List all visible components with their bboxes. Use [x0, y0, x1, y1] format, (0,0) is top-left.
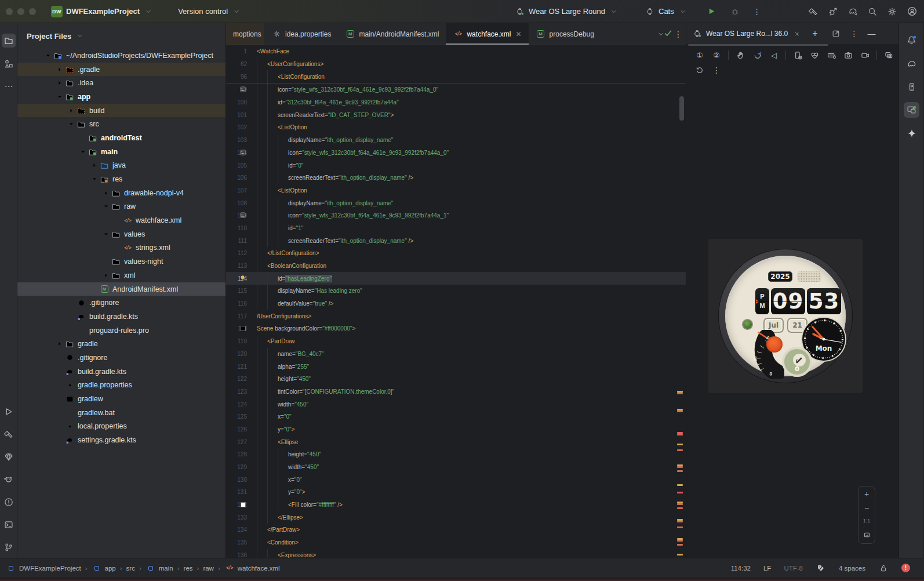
tab-idea-properties[interactable]: idea.properties [264, 23, 338, 45]
stripe-mark[interactable] [677, 484, 683, 486]
code-line-62[interactable]: 62<UserConfigurations> [226, 58, 686, 71]
tab-moptions[interactable]: moptions [226, 23, 264, 45]
code-line-107[interactable]: 107<ListOption [226, 184, 686, 197]
code-area[interactable]: 1<WatchFace62<UserConfigurations>96<List… [226, 45, 686, 558]
stripe-mark[interactable] [677, 554, 683, 555]
line-number[interactable]: 121 [226, 364, 247, 370]
chevron-right-icon[interactable] [101, 190, 111, 197]
code-line-132[interactable]: 132<Fill color="#ffffffff" /> [226, 499, 686, 511]
tool-git-branch-button[interactable] [2, 540, 16, 554]
code-line-101[interactable]: 101screenReaderText="ID_CAT_STEP_OVER"> [226, 108, 686, 121]
caret-position[interactable]: 114:32 [731, 565, 751, 572]
code-line-112[interactable]: 112</ListConfiguration> [226, 247, 686, 260]
indent-setting[interactable]: 4 spaces [839, 565, 865, 572]
stripe-mark[interactable] [677, 540, 683, 542]
image-gutter-icon[interactable] [239, 86, 247, 93]
tool-problems-button[interactable] [2, 495, 16, 509]
tool-device-manager-button[interactable] [904, 79, 919, 95]
code-line-120[interactable]: 120name="BG_40c7" [226, 348, 686, 361]
tree-item-drawable-nodpi-v4[interactable]: drawable-nodpi-v4 [17, 186, 225, 200]
tree-item-gradlew-bat[interactable]: gradlew.bat [17, 406, 225, 420]
zoom-in-button[interactable]: + [864, 490, 869, 498]
stripe-mark[interactable] [677, 507, 683, 509]
line-number[interactable]: 126 [226, 426, 247, 433]
tag-icon[interactable] [816, 563, 826, 573]
line-number[interactable]: 129 [226, 464, 247, 470]
minimize-window-button[interactable] [17, 8, 24, 15]
chevron-down-icon[interactable] [101, 231, 111, 238]
tree-item--gitignore[interactable]: .gitignore [17, 296, 225, 310]
code-line-111[interactable]: 111screenReaderText="ith_option_display_… [226, 234, 686, 247]
stripe-mark[interactable] [677, 393, 683, 394]
code-line-125[interactable]: 125x="0" [226, 411, 686, 423]
tree-item-values-night[interactable]: values-night [17, 255, 225, 268]
line-number[interactable]: 108 [226, 200, 247, 206]
tool-project-folder-button[interactable] [2, 34, 16, 48]
tool-hammer-button[interactable] [2, 427, 16, 441]
gradle-sync-button[interactable] [847, 6, 858, 17]
zoom-out-button[interactable]: − [864, 504, 869, 512]
code-line-126[interactable]: 126y="0"> [226, 423, 686, 436]
tool-gem-button[interactable] [2, 450, 16, 464]
line-number[interactable]: 102 [226, 124, 247, 130]
code-line-115[interactable]: 115displayName="Has leading zero" [226, 285, 686, 297]
code-line-136[interactable]: 136<Expressions> [226, 549, 686, 558]
code-line-102[interactable]: 102<ListOption [226, 121, 686, 134]
code-line-121[interactable]: 121alpha="255" [226, 360, 686, 373]
rotate-button[interactable] [752, 50, 762, 60]
image-gutter-icon[interactable] [239, 150, 247, 156]
run-config-selector[interactable]: Cats [640, 4, 693, 19]
chevron-down-icon[interactable] [89, 176, 99, 183]
btn-1-button[interactable]: ① [694, 50, 705, 60]
tab-watchface-xml[interactable]: </>watchface.xml✕ [446, 23, 528, 45]
chevron-down-icon[interactable] [66, 121, 76, 128]
tree-item-gradle-properties[interactable]: gradle.properties [17, 379, 225, 393]
tool-gradle-elephant-button[interactable] [904, 56, 919, 71]
line-number[interactable]: 133 [226, 514, 247, 521]
settings-button[interactable] [887, 6, 897, 17]
tool-gemini-sparkle-button[interactable] [904, 125, 919, 141]
chevron-right-icon[interactable] [101, 272, 111, 279]
account-button[interactable] [907, 6, 917, 17]
breadcrumb-app[interactable]: app [92, 563, 116, 573]
code-line-105[interactable]: 105id="0" [226, 159, 686, 172]
line-number[interactable]: 127 [226, 439, 247, 445]
code-line-131[interactable]: 131y="0"> [226, 486, 686, 499]
device-settings-button[interactable] [792, 50, 803, 60]
stripe-mark[interactable] [677, 449, 683, 451]
tree-item--gitignore[interactable]: .gitignore [17, 351, 225, 365]
fit-to-screen-button[interactable] [861, 529, 872, 540]
screenshot-search-button[interactable] [883, 50, 894, 60]
tree-item--idea[interactable]: .idea [17, 76, 225, 90]
line-number[interactable]: 122 [226, 376, 247, 382]
image-gutter-icon[interactable] [239, 212, 247, 219]
line-number[interactable]: 128 [226, 451, 247, 457]
code-line-108[interactable]: 108displayName="ith_option_display_name" [226, 197, 686, 209]
line-number[interactable]: 125 [226, 413, 247, 420]
debug-button[interactable] [730, 6, 740, 17]
more-actions-button[interactable]: ⋮ [753, 8, 761, 16]
line-number[interactable]: 100 [226, 99, 247, 106]
keyboard-button[interactable] [826, 50, 836, 60]
tree-item-build[interactable]: build [17, 104, 225, 118]
code-line-128[interactable]: 128height="450" [226, 448, 686, 461]
lock-icon[interactable] [878, 563, 889, 573]
tree-item-gradlew[interactable]: gradlew [17, 392, 225, 406]
line-number[interactable]: 123 [226, 388, 247, 395]
editor-scrollbar[interactable] [679, 96, 684, 121]
breadcrumb-watchface-xml[interactable]: </>watchface.xml [224, 563, 280, 573]
panel-options-button[interactable]: ⋮ [850, 30, 858, 38]
tool-resource-manager-button[interactable] [2, 57, 16, 71]
tool-more-horizontal-button[interactable]: ⋯ [2, 79, 16, 93]
zoom-reset-button[interactable]: 1:1 [863, 518, 871, 524]
close-tab-button[interactable]: ✕ [515, 30, 521, 38]
stripe-mark[interactable] [677, 470, 683, 472]
tree-item-settings-gradle-kts[interactable]: settings.gradle.kts [17, 433, 225, 447]
breadcrumb-dwfexampleproject[interactable]: DWFExampleProject [6, 563, 81, 573]
chevron-down-icon[interactable] [78, 148, 88, 155]
code-line-123[interactable]: 123tintColor="[CONFIGURATION.themeColor.… [226, 386, 686, 398]
stripe-mark[interactable] [677, 521, 683, 522]
line-number[interactable]: 124 [226, 401, 247, 408]
code-line-106[interactable]: 106screenReaderText="ith_option_display_… [226, 172, 686, 184]
line-number[interactable]: 96 [226, 74, 247, 80]
